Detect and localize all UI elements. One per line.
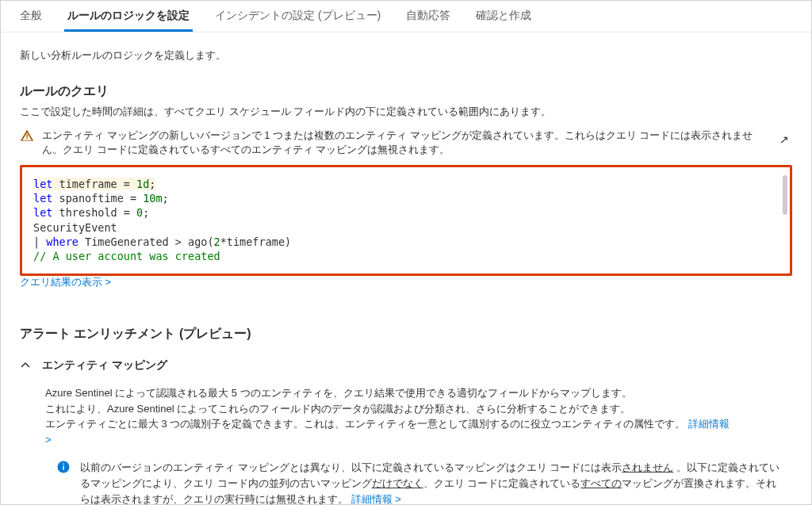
scrollbar-thumb[interactable] [783,175,787,215]
info-icon [56,460,71,474]
chevron-up-icon [20,360,31,371]
tab-bar: 全般 ルールのロジックを設定 インシデントの設定 (プレビュー) 自動応答 確認… [1,1,811,33]
tab-general[interactable]: 全般 [17,1,45,32]
query-editor[interactable]: let timeframe = 1d; let spanoftime = 10m… [20,165,792,276]
info-learn-more-link[interactable]: 詳細情報 > [351,493,401,505]
tab-automated[interactable]: 自動応答 [403,1,454,32]
query-subtitle: ここで設定した時間の詳細は、すべてクエリ スケジュール フィールド内の下に定義さ… [20,105,792,119]
query-code: let timeframe = 1d; let spanoftime = 10m… [33,177,779,263]
expand-icon[interactable]: ↗ [776,133,792,146]
enrichment-title: アラート エンリッチメント (プレビュー) [20,326,792,342]
entity-mapping-header: エンティティ マッピング [42,358,167,373]
tab-incidents[interactable]: インシデントの設定 (プレビュー) [212,1,384,32]
warning-icon [20,128,34,143]
tab-review[interactable]: 確認と作成 [473,1,534,32]
query-title: ルールのクエリ [20,83,792,100]
info-text: 以前のバージョンのエンティティ マッピングとは異なり、以下に定義されているマッピ… [80,460,786,505]
intro-text: 新しい分析ルールのロジックを定義します。 [20,48,792,63]
svg-rect-1 [63,466,64,470]
svg-rect-2 [63,464,64,465]
entity-mapping-accordion[interactable]: エンティティ マッピング [20,358,792,373]
view-query-results-link[interactable]: クエリ結果の表示 > [20,275,111,289]
entity-mapping-desc: Azure Sentinel によって認識される最大 5 つのエンティティを、ク… [20,385,733,447]
warning-row: エンティティ マッピングの新しいバージョンで 1 つまたは複数のエンティティ マ… [20,127,792,162]
info-row: 以前のバージョンのエンティティ マッピングとは異なり、以下に定義されているマッピ… [20,460,792,505]
warning-text: エンティティ マッピングの新しいバージョンで 1 つまたは複数のエンティティ マ… [42,128,768,157]
tab-rule-logic[interactable]: ルールのロジックを設定 [64,1,193,32]
